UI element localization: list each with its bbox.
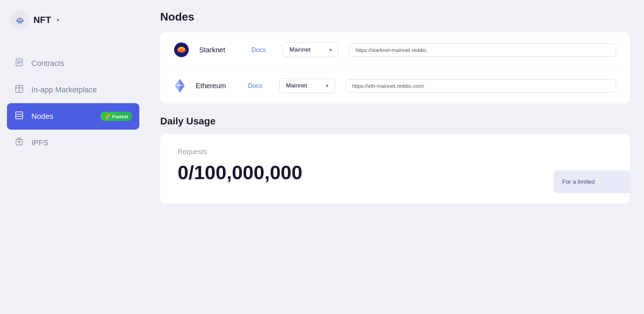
promo-card: For a limited	[553, 170, 630, 193]
svg-rect-16	[16, 112, 23, 119]
svg-rect-6	[23, 20, 24, 22]
sidebar: NFT ▾ Contracts	[0, 0, 146, 314]
ipfs-icon	[14, 137, 24, 148]
contracts-icon	[14, 58, 24, 69]
sidebar-item-ipfs-label: IPFS	[31, 138, 132, 147]
requests-value: 0/100,000,000	[178, 161, 613, 184]
logo-icon	[10, 10, 29, 29]
svg-rect-7	[18, 23, 20, 24]
title-chevron-icon: ▾	[57, 17, 59, 23]
main-content: Nodes Starknet Docs Mainnet ▾ https://st…	[146, 0, 644, 314]
ethereum-logo-icon	[174, 80, 185, 91]
requests-label: Requests	[178, 148, 613, 156]
promo-text: For a limited	[562, 178, 595, 185]
ethereum-select-chevron-icon: ▾	[326, 83, 328, 89]
starknet-node-row: Starknet Docs Mainnet ▾ https://starknet…	[160, 32, 630, 68]
sidebar-item-nodes[interactable]: Nodes 🌈 Fastest	[7, 103, 139, 130]
ethereum-node-name: Ethereum	[196, 82, 238, 90]
svg-marker-27	[175, 86, 180, 93]
starknet-node-name: Starknet	[199, 46, 241, 54]
svg-marker-28	[180, 86, 185, 93]
svg-rect-8	[20, 23, 21, 24]
starknet-docs-link[interactable]: Docs	[251, 46, 272, 54]
nodes-icon	[14, 111, 24, 122]
app-logo[interactable]: NFT ▾	[7, 10, 139, 29]
app-title: NFT	[33, 15, 51, 25]
page-title: Nodes	[160, 10, 630, 23]
svg-point-24	[179, 48, 184, 51]
svg-rect-1	[18, 20, 20, 21]
ethereum-network-select[interactable]: Mainnet ▾	[279, 78, 335, 93]
starknet-node-url: https://starknet-mainnet.reddio.	[349, 43, 616, 57]
ethereum-docs-link[interactable]: Docs	[248, 82, 269, 90]
sidebar-item-contracts-label: Contracts	[31, 59, 132, 68]
svg-rect-4	[20, 17, 20, 18]
daily-usage-title: Daily Usage	[160, 116, 630, 127]
ethereum-network-value: Mainnet	[286, 82, 307, 89]
fastest-badge-label: Fastest	[112, 114, 128, 119]
svg-rect-0	[17, 18, 23, 23]
ethereum-node-url: https://eth-mainnet.reddio.com/	[346, 79, 616, 93]
badge-flag-icon: 🌈	[104, 114, 110, 119]
sidebar-item-nodes-label: Nodes	[31, 112, 93, 121]
sidebar-item-marketplace-label: In-app Marketplace	[31, 85, 132, 94]
nodes-card: Starknet Docs Mainnet ▾ https://starknet…	[160, 32, 630, 104]
fastest-badge: 🌈 Fastest	[100, 112, 132, 121]
sidebar-item-marketplace[interactable]: In-app Marketplace	[7, 77, 139, 103]
marketplace-icon	[14, 84, 24, 95]
starknet-network-select[interactable]: Mainnet ▾	[283, 43, 339, 57]
starknet-network-value: Mainnet	[289, 46, 310, 53]
sidebar-item-ipfs[interactable]: IPFS	[7, 130, 139, 156]
sidebar-item-contracts[interactable]: Contracts	[7, 50, 139, 77]
starknet-logo-icon	[174, 43, 189, 57]
usage-card: Requests 0/100,000,000 For a limited	[160, 134, 630, 204]
starknet-select-chevron-icon: ▾	[329, 47, 332, 53]
svg-rect-5	[16, 20, 17, 22]
svg-rect-2	[20, 20, 22, 21]
ethereum-node-row: Ethereum Docs Mainnet ▾ https://eth-main…	[160, 68, 630, 104]
sidebar-nav: Contracts In-app Marketplace	[7, 50, 139, 156]
